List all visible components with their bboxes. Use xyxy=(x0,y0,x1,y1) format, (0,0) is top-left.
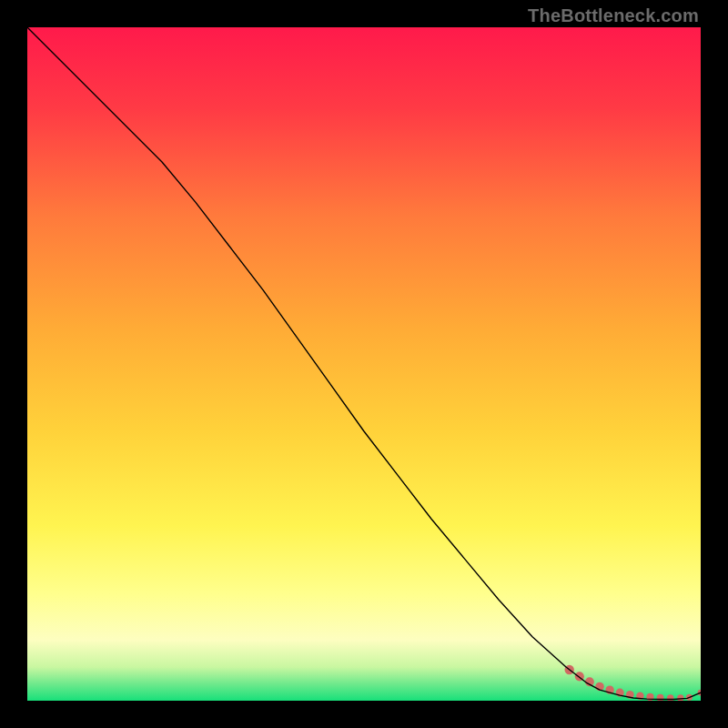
plot-area xyxy=(27,27,701,701)
chart-stage: TheBottleneck.com xyxy=(0,0,728,728)
plot-svg xyxy=(27,27,701,701)
watermark-label: TheBottleneck.com xyxy=(528,5,699,26)
